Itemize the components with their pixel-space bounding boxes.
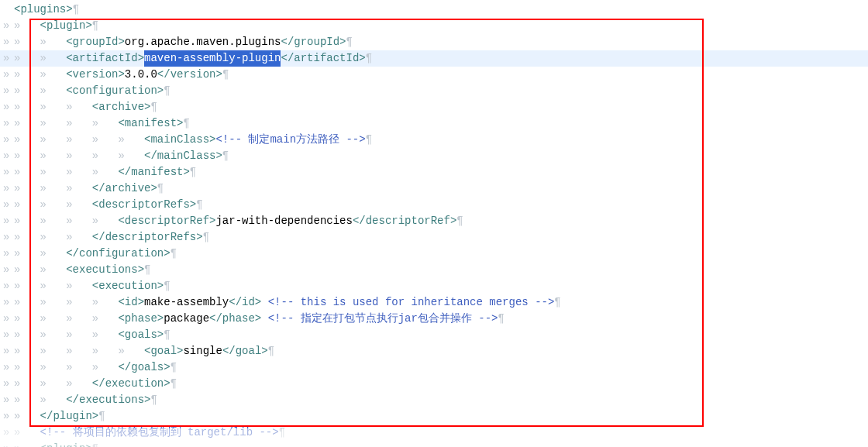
code-line-10[interactable]: »» » » » </manifest>¶ [0, 164, 868, 181]
indent-guides: » [14, 408, 40, 425]
code-line-21[interactable]: »» » » » » <goal>single</goal>¶ [0, 343, 868, 359]
line-ending-mark: ¶ [190, 164, 196, 181]
line-ending-mark: ¶ [498, 311, 505, 327]
code-line-3[interactable]: »» » <artifactId>maven-assembly-plugin</… [0, 50, 868, 67]
xml-tag: </id> [229, 294, 261, 311]
xml-comment: <!-- 将项目的依赖包复制到 target/lib --> [40, 425, 279, 441]
xml-tag: <archive> [92, 99, 151, 115]
indent-guides: » » » [14, 181, 92, 197]
fold-guide: » [3, 181, 14, 197]
line-ending-mark: ¶ [279, 425, 285, 441]
code-line-14[interactable]: »» » » </descriptorRefs>¶ [0, 229, 868, 246]
code-line-20[interactable]: »» » » » <goals>¶ [0, 327, 868, 343]
code-line-0[interactable]: <plugins>¶ [0, 2, 868, 18]
code-line-12[interactable]: »» » » <descriptorRefs>¶ [0, 197, 868, 213]
line-ending-mark: ¶ [164, 327, 170, 343]
indent-guides: » » » » [14, 164, 118, 181]
indent-guides: » [14, 425, 40, 441]
xml-comment: <!-- this is used for inheritance merges… [268, 294, 555, 311]
line-ending-mark: ¶ [366, 132, 372, 148]
fold-guide [3, 2, 14, 18]
code-line-13[interactable]: »» » » » <descriptorRef>jar-with-depende… [0, 213, 868, 229]
xml-text: jar-with-dependencies [215, 213, 352, 229]
fold-guide: » [3, 262, 14, 278]
xml-tag: </plugin> [40, 408, 99, 425]
indent-guides: » » » » [14, 115, 118, 132]
code-line-6[interactable]: »» » » <archive>¶ [0, 99, 868, 115]
xml-tag: <groupId> [66, 34, 125, 50]
indent-guides: » » » [14, 99, 92, 115]
code-line-1[interactable]: »» <plugin>¶ [0, 18, 868, 34]
xml-tag: <execution> [92, 278, 164, 294]
indent-guides: » » » [14, 197, 92, 213]
xml-tag: <mainClass> [144, 132, 215, 148]
code-line-8[interactable]: »» » » » » <mainClass><!-- 制定main方法路径 --… [0, 132, 868, 148]
code-line-2[interactable]: »» » <groupId>org.apache.maven.plugins</… [0, 34, 868, 50]
fold-guide: » [3, 425, 14, 441]
xml-tag: <plugins> [14, 2, 73, 18]
xml-tag: <goal> [144, 343, 183, 359]
fold-guide: » [3, 441, 14, 447]
indent-guides: » » » » » [14, 132, 144, 148]
xml-tag: <version> [66, 67, 125, 83]
line-ending-mark: ¶ [170, 359, 177, 376]
code-editor[interactable]: <plugins>¶»» <plugin>¶»» » <groupId>org.… [0, 0, 868, 447]
line-ending-mark: ¶ [268, 343, 274, 359]
fold-guide: » [3, 294, 14, 311]
xml-tag: <descriptorRefs> [92, 197, 196, 213]
code-line-24[interactable]: »» » </executions>¶ [0, 392, 868, 408]
fold-guide: » [3, 343, 14, 359]
code-line-16[interactable]: »» » <executions>¶ [0, 262, 868, 278]
code-line-4[interactable]: »» » <version>3.0.0</version>¶ [0, 67, 868, 83]
xml-comment: <!-- 制定main方法路径 --> [215, 132, 365, 148]
fold-guide: » [3, 83, 14, 99]
xml-tag: </version> [157, 67, 222, 83]
code-line-27[interactable]: »» <plugin>¶ [0, 441, 868, 447]
fold-guide: » [3, 229, 14, 246]
line-ending-mark: ¶ [196, 197, 202, 213]
xml-tag: </groupId> [281, 34, 346, 50]
code-line-23[interactable]: »» » » </execution>¶ [0, 376, 868, 392]
xml-text [261, 311, 267, 327]
xml-tag: </manifest> [118, 164, 189, 181]
line-ending-mark: ¶ [92, 18, 98, 34]
code-line-7[interactable]: »» » » » <manifest>¶ [0, 115, 868, 132]
xml-comment: <!-- 指定在打包节点执行jar包合并操作 --> [268, 311, 498, 327]
code-line-22[interactable]: »» » » » </goals>¶ [0, 359, 868, 376]
indent-guides: » » [14, 50, 66, 67]
fold-guide: » [3, 148, 14, 164]
code-line-19[interactable]: »» » » » <phase>package</phase> <!-- 指定在… [0, 311, 868, 327]
xml-tag: </mainClass> [144, 148, 222, 164]
code-line-15[interactable]: »» » </configuration>¶ [0, 246, 868, 262]
xml-text: single [183, 343, 222, 359]
fold-guide: » [3, 376, 14, 392]
indent-guides: » [14, 441, 40, 447]
xml-tag: </archive> [92, 181, 157, 197]
fold-guide: » [3, 99, 14, 115]
xml-text [261, 294, 267, 311]
indent-guides: » » » » [14, 359, 118, 376]
code-line-5[interactable]: »» » <configuration>¶ [0, 83, 868, 99]
code-line-26[interactable]: »» <!-- 将项目的依赖包复制到 target/lib -->¶ [0, 425, 868, 441]
xml-tag: <manifest> [118, 115, 183, 132]
line-ending-mark: ¶ [150, 392, 157, 408]
line-ending-mark: ¶ [150, 99, 157, 115]
code-line-17[interactable]: »» » » <execution>¶ [0, 278, 868, 294]
indent-guides: » » » [14, 229, 92, 246]
code-line-25[interactable]: »» </plugin>¶ [0, 408, 868, 425]
code-line-9[interactable]: »» » » » » </mainClass>¶ [0, 148, 868, 164]
xml-text: 3.0.0 [125, 67, 157, 83]
xml-tag: </goal> [222, 343, 268, 359]
fold-guide: » [3, 359, 14, 376]
line-ending-mark: ¶ [144, 262, 150, 278]
xml-tag: <plugin> [40, 441, 92, 447]
line-ending-mark: ¶ [98, 408, 105, 425]
line-ending-mark: ¶ [183, 115, 189, 132]
indent-guides: » » [14, 246, 66, 262]
indent-guides: » » » » [14, 311, 118, 327]
selected-text: maven-assembly-plugin [144, 50, 281, 67]
xml-tag: </executions> [66, 392, 150, 408]
code-line-11[interactable]: »» » » </archive>¶ [0, 181, 868, 197]
code-line-18[interactable]: »» » » » <id>make-assembly</id> <!-- thi… [0, 294, 868, 311]
xml-tag: </artifactId> [281, 50, 365, 67]
